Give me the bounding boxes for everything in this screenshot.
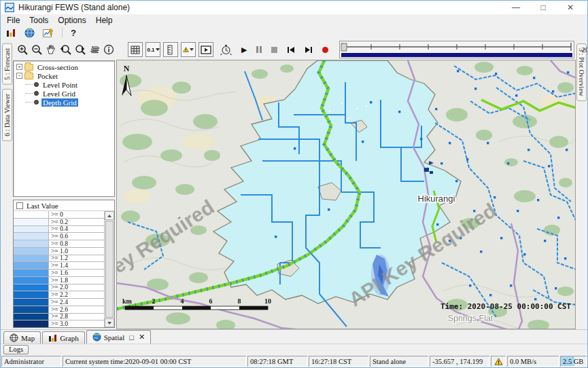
- legend-row[interactable]: >= 0.8: [14, 240, 104, 248]
- scrollbar-thumb[interactable]: [105, 221, 114, 318]
- color-swatch: [14, 314, 49, 320]
- globe-icon[interactable]: [24, 28, 35, 38]
- play-button[interactable]: ▶: [241, 46, 247, 54]
- legend-row[interactable]: >= 2.6: [14, 306, 104, 314]
- chevron-down-icon: [190, 48, 194, 51]
- skip-to-start-button[interactable]: [287, 46, 295, 54]
- point-size-value: 0.1: [147, 47, 154, 53]
- menu-file[interactable]: File: [2, 16, 24, 25]
- logs-button[interactable]: Logs: [3, 345, 29, 354]
- tab-graph[interactable]: Graph: [42, 331, 85, 344]
- grid-display-button[interactable]: [128, 42, 143, 57]
- menu-tools[interactable]: Tools: [24, 16, 53, 25]
- color-swatch: [14, 226, 49, 233]
- legend-row[interactable]: >= 0.4: [14, 226, 104, 234]
- menu-help[interactable]: Help: [91, 16, 118, 25]
- tab-map-label: Map: [21, 334, 35, 342]
- app-logo-icon: [5, 3, 14, 12]
- last-value-checkbox[interactable]: [16, 202, 23, 209]
- skip-to-end-button[interactable]: [305, 46, 313, 54]
- svg-text:N: N: [124, 64, 130, 73]
- time-slider-handle[interactable]: [341, 43, 347, 51]
- legend-scrollbar[interactable]: [105, 211, 114, 327]
- color-swatch: [14, 270, 49, 276]
- tree-item-pocket[interactable]: - Pocket: [15, 71, 114, 80]
- minimize-button[interactable]: —: [503, 1, 529, 14]
- status-coordinates: -35.657 , 174.199: [430, 356, 489, 367]
- movie-player-button[interactable]: [198, 42, 213, 57]
- pan-button[interactable]: [46, 43, 56, 57]
- tree-item-label: Pocket: [36, 72, 59, 80]
- scroll-up-button[interactable]: [105, 211, 114, 220]
- svg-text:2: 2: [152, 297, 156, 305]
- menu-options[interactable]: Options: [53, 16, 90, 25]
- svg-text:10: 10: [264, 297, 271, 305]
- zoom-in-button[interactable]: [17, 43, 29, 57]
- tab-restore-icon[interactable]: □: [129, 333, 134, 342]
- status-memory: 2.5 GB: [560, 356, 587, 367]
- legend-row[interactable]: >= 2.2: [14, 291, 104, 299]
- legend-row[interactable]: >= 2.8: [14, 314, 104, 321]
- tab-data-viewer[interactable]: 6 : Data Viewer: [2, 89, 12, 141]
- legend-row[interactable]: >= 0.6: [14, 233, 104, 240]
- tree-item-label: Level Grid: [41, 90, 77, 98]
- chevron-down-icon: [156, 48, 160, 51]
- legend-row[interactable]: >= 0.2: [14, 219, 104, 226]
- color-swatch: [14, 219, 49, 225]
- tree-item-depth-grid[interactable]: Depth Grid: [24, 98, 114, 107]
- animation-settings-button[interactable]: [220, 43, 232, 57]
- color-swatch: [14, 291, 49, 298]
- legend-row[interactable]: >= 1.4: [14, 262, 104, 270]
- legend-row[interactable]: >= 1.2: [14, 255, 104, 263]
- tab-spatial[interactable]: Spatial □ ✕: [86, 330, 151, 344]
- tree-item-label: Cross-section: [36, 63, 80, 71]
- tab-map[interactable]: Map: [3, 331, 41, 344]
- tree-item-cross-section[interactable]: + Cross-section: [15, 62, 114, 71]
- collapse-toggle[interactable]: -: [16, 73, 22, 79]
- window-title: Hikurangi FEWS (Stand alone): [18, 3, 130, 12]
- zoom-next-button[interactable]: [74, 43, 86, 57]
- pause-button[interactable]: [256, 46, 262, 53]
- info-button[interactable]: [103, 43, 114, 57]
- tab-close-icon[interactable]: ✕: [139, 333, 145, 342]
- legend-row[interactable]: >= 2.4: [14, 299, 104, 306]
- legend-row[interactable]: >= 3.0: [14, 320, 104, 327]
- map-canvas[interactable]: API Key Required API Key Required Hikura…: [116, 60, 576, 329]
- tree-item-level-grid[interactable]: Level Grid: [24, 89, 114, 98]
- legend-row[interactable]: >= 1.6: [14, 270, 104, 277]
- status-local-time: 16:27:18 CST: [309, 356, 368, 367]
- scale-ruler-button[interactable]: [163, 42, 178, 57]
- zoom-previous-button[interactable]: [59, 43, 71, 57]
- layers-button[interactable]: [89, 43, 101, 57]
- tab-graph-label: Graph: [60, 334, 79, 342]
- color-swatch: [14, 320, 49, 327]
- tree-item-level-point[interactable]: Level Point: [24, 80, 114, 89]
- node-bullet-icon: [34, 82, 39, 87]
- status-bar: Administrator Current system time:2020-0…: [1, 355, 587, 367]
- point-size-dropdown[interactable]: 0.1: [145, 42, 160, 57]
- timeline-progress-bar: [341, 53, 572, 57]
- warnings-dropdown[interactable]: [181, 42, 196, 57]
- tree-item-label: Depth Grid: [41, 98, 78, 107]
- tab-forecast[interactable]: 5 : Forecast: [2, 43, 12, 85]
- depth-class-list: >= 0 >= 0.2 >= 0.4 >= 0.6 >= 0.8 >= 1.0 …: [14, 211, 105, 327]
- time-slider[interactable]: [339, 41, 574, 58]
- explorer-icon[interactable]: [6, 28, 16, 37]
- legend-row[interactable]: >= 0: [14, 211, 104, 219]
- filter-tree: + Cross-section - Pocket Lev: [13, 60, 115, 197]
- help-button[interactable]: ?: [71, 28, 76, 38]
- legend-row[interactable]: >= 1.8: [14, 277, 104, 284]
- stop-button[interactable]: [271, 47, 277, 53]
- status-download-speed: 0.0 MB/s: [507, 356, 559, 367]
- record-button[interactable]: [322, 47, 328, 53]
- color-swatch: [14, 233, 49, 240]
- zoom-out-button[interactable]: [31, 43, 43, 57]
- maximize-button[interactable]: □: [530, 1, 556, 14]
- legend-row[interactable]: >= 1.0: [14, 248, 104, 255]
- close-button[interactable]: ✕: [557, 1, 583, 14]
- expand-toggle[interactable]: +: [16, 64, 22, 70]
- status-warning-icon[interactable]: [491, 356, 506, 367]
- timeseries-dialog-icon[interactable]: [43, 28, 54, 38]
- legend-row[interactable]: >= 2.0: [14, 284, 104, 292]
- scroll-down-button[interactable]: [105, 318, 114, 327]
